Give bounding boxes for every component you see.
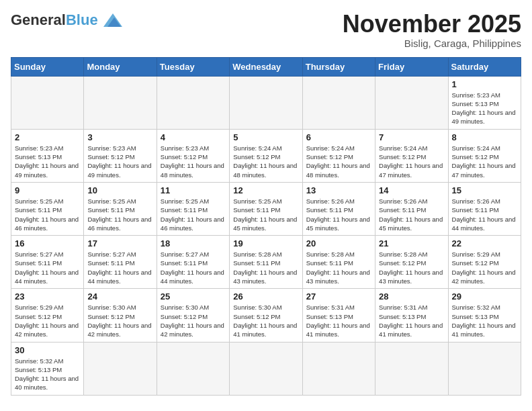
day-number: 7 [379, 132, 444, 142]
day-info: Sunrise: 5:24 AM Sunset: 5:12 PM Dayligh… [306, 144, 371, 179]
weekday-header-saturday: Saturday [448, 57, 521, 76]
day-number: 17 [87, 238, 152, 248]
day-info: Sunrise: 5:26 AM Sunset: 5:11 PM Dayligh… [306, 197, 371, 232]
calendar-cell: 20Sunrise: 5:28 AM Sunset: 5:11 PM Dayli… [302, 236, 375, 289]
logo: GeneralBlue [11, 11, 125, 30]
day-info: Sunrise: 5:23 AM Sunset: 5:13 PM Dayligh… [15, 144, 80, 179]
day-info: Sunrise: 5:29 AM Sunset: 5:12 PM Dayligh… [15, 303, 80, 338]
day-info: Sunrise: 5:27 AM Sunset: 5:11 PM Dayligh… [87, 250, 152, 285]
day-number: 6 [306, 132, 371, 142]
day-number: 29 [452, 291, 517, 302]
logo-text: GeneralBlue [11, 13, 98, 28]
weekday-header-row: SundayMondayTuesdayWednesdayThursdayFrid… [11, 57, 521, 76]
day-info: Sunrise: 5:27 AM Sunset: 5:11 PM Dayligh… [161, 250, 226, 285]
day-number: 22 [452, 238, 517, 248]
day-info: Sunrise: 5:28 AM Sunset: 5:11 PM Dayligh… [306, 250, 371, 285]
day-number: 21 [379, 238, 444, 248]
day-number: 4 [161, 132, 226, 142]
calendar-cell [375, 76, 448, 129]
calendar-cell [11, 76, 84, 129]
calendar-cell [375, 342, 448, 395]
day-info: Sunrise: 5:32 AM Sunset: 5:13 PM Dayligh… [15, 357, 80, 392]
calendar-week-row: 1Sunrise: 5:23 AM Sunset: 5:13 PM Daylig… [11, 76, 521, 129]
calendar-cell: 5Sunrise: 5:24 AM Sunset: 5:12 PM Daylig… [230, 129, 302, 182]
calendar-cell [302, 76, 375, 129]
day-number: 23 [15, 291, 80, 302]
day-info: Sunrise: 5:30 AM Sunset: 5:12 PM Dayligh… [233, 303, 298, 338]
calendar-cell: 26Sunrise: 5:30 AM Sunset: 5:12 PM Dayli… [230, 289, 302, 342]
day-info: Sunrise: 5:23 AM Sunset: 5:12 PM Dayligh… [87, 144, 152, 179]
weekday-header-sunday: Sunday [11, 57, 84, 76]
calendar-cell: 27Sunrise: 5:31 AM Sunset: 5:13 PM Dayli… [302, 289, 375, 342]
day-number: 20 [306, 238, 371, 248]
day-info: Sunrise: 5:29 AM Sunset: 5:12 PM Dayligh… [452, 250, 517, 285]
calendar-cell: 28Sunrise: 5:31 AM Sunset: 5:13 PM Dayli… [375, 289, 448, 342]
day-info: Sunrise: 5:23 AM Sunset: 5:12 PM Dayligh… [161, 144, 226, 179]
day-info: Sunrise: 5:28 AM Sunset: 5:12 PM Dayligh… [379, 250, 444, 285]
day-number: 12 [233, 185, 298, 195]
calendar-week-row: 9Sunrise: 5:25 AM Sunset: 5:11 PM Daylig… [11, 182, 521, 235]
calendar-table: SundayMondayTuesdayWednesdayThursdayFrid… [11, 57, 521, 396]
calendar-cell [84, 342, 157, 395]
calendar-cell: 23Sunrise: 5:29 AM Sunset: 5:12 PM Dayli… [11, 289, 84, 342]
calendar-cell: 9Sunrise: 5:25 AM Sunset: 5:11 PM Daylig… [11, 182, 84, 235]
calendar-cell: 12Sunrise: 5:25 AM Sunset: 5:11 PM Dayli… [230, 182, 302, 235]
day-number: 19 [233, 238, 298, 248]
calendar-cell: 25Sunrise: 5:30 AM Sunset: 5:12 PM Dayli… [157, 289, 229, 342]
weekday-header-monday: Monday [84, 57, 157, 76]
calendar-week-row: 23Sunrise: 5:29 AM Sunset: 5:12 PM Dayli… [11, 289, 521, 342]
calendar-cell [84, 76, 157, 129]
calendar-cell: 7Sunrise: 5:24 AM Sunset: 5:12 PM Daylig… [375, 129, 448, 182]
day-info: Sunrise: 5:30 AM Sunset: 5:12 PM Dayligh… [87, 303, 152, 338]
calendar-cell: 2Sunrise: 5:23 AM Sunset: 5:13 PM Daylig… [11, 129, 84, 182]
calendar-week-row: 2Sunrise: 5:23 AM Sunset: 5:13 PM Daylig… [11, 129, 521, 182]
page-header: GeneralBlue November 2025 Bislig, Caraga… [11, 11, 521, 49]
calendar-cell: 14Sunrise: 5:26 AM Sunset: 5:11 PM Dayli… [375, 182, 448, 235]
day-info: Sunrise: 5:31 AM Sunset: 5:13 PM Dayligh… [306, 303, 371, 338]
calendar-cell: 10Sunrise: 5:25 AM Sunset: 5:11 PM Dayli… [84, 182, 157, 235]
day-info: Sunrise: 5:26 AM Sunset: 5:11 PM Dayligh… [452, 197, 517, 232]
day-number: 8 [452, 132, 517, 142]
location: Bislig, Caraga, Philippines [343, 38, 521, 49]
calendar-cell: 6Sunrise: 5:24 AM Sunset: 5:12 PM Daylig… [302, 129, 375, 182]
weekday-header-thursday: Thursday [302, 57, 375, 76]
day-number: 24 [87, 291, 152, 302]
weekday-header-friday: Friday [375, 57, 448, 76]
day-number: 11 [161, 185, 226, 195]
calendar-cell [157, 76, 229, 129]
calendar-cell: 16Sunrise: 5:27 AM Sunset: 5:11 PM Dayli… [11, 236, 84, 289]
calendar-cell: 24Sunrise: 5:30 AM Sunset: 5:12 PM Dayli… [84, 289, 157, 342]
weekday-header-tuesday: Tuesday [157, 57, 229, 76]
calendar-cell: 18Sunrise: 5:27 AM Sunset: 5:11 PM Dayli… [157, 236, 229, 289]
calendar-cell: 13Sunrise: 5:26 AM Sunset: 5:11 PM Dayli… [302, 182, 375, 235]
calendar-cell [230, 76, 302, 129]
day-number: 15 [452, 185, 517, 195]
calendar-week-row: 30Sunrise: 5:32 AM Sunset: 5:13 PM Dayli… [11, 342, 521, 395]
day-number: 1 [452, 79, 517, 89]
calendar-cell: 21Sunrise: 5:28 AM Sunset: 5:12 PM Dayli… [375, 236, 448, 289]
day-info: Sunrise: 5:24 AM Sunset: 5:12 PM Dayligh… [233, 144, 298, 179]
weekday-header-wednesday: Wednesday [230, 57, 302, 76]
day-number: 28 [379, 291, 444, 302]
day-info: Sunrise: 5:25 AM Sunset: 5:11 PM Dayligh… [15, 197, 80, 232]
calendar-cell: 3Sunrise: 5:23 AM Sunset: 5:12 PM Daylig… [84, 129, 157, 182]
day-number: 26 [233, 291, 298, 302]
calendar-cell: 11Sunrise: 5:25 AM Sunset: 5:11 PM Dayli… [157, 182, 229, 235]
day-number: 13 [306, 185, 371, 195]
calendar-cell: 1Sunrise: 5:23 AM Sunset: 5:13 PM Daylig… [448, 76, 521, 129]
day-info: Sunrise: 5:31 AM Sunset: 5:13 PM Dayligh… [379, 303, 444, 338]
day-info: Sunrise: 5:24 AM Sunset: 5:12 PM Dayligh… [379, 144, 444, 179]
day-number: 9 [15, 185, 80, 195]
calendar-cell: 19Sunrise: 5:28 AM Sunset: 5:11 PM Dayli… [230, 236, 302, 289]
day-info: Sunrise: 5:25 AM Sunset: 5:11 PM Dayligh… [87, 197, 152, 232]
month-title: November 2025 [343, 11, 521, 38]
day-info: Sunrise: 5:27 AM Sunset: 5:11 PM Dayligh… [15, 250, 80, 285]
title-block: November 2025 Bislig, Caraga, Philippine… [343, 11, 521, 49]
day-info: Sunrise: 5:23 AM Sunset: 5:13 PM Dayligh… [452, 91, 517, 126]
calendar-cell [302, 342, 375, 395]
day-info: Sunrise: 5:24 AM Sunset: 5:12 PM Dayligh… [452, 144, 517, 179]
calendar-cell: 17Sunrise: 5:27 AM Sunset: 5:11 PM Dayli… [84, 236, 157, 289]
day-number: 18 [161, 238, 226, 248]
day-number: 5 [233, 132, 298, 142]
calendar-cell [157, 342, 229, 395]
